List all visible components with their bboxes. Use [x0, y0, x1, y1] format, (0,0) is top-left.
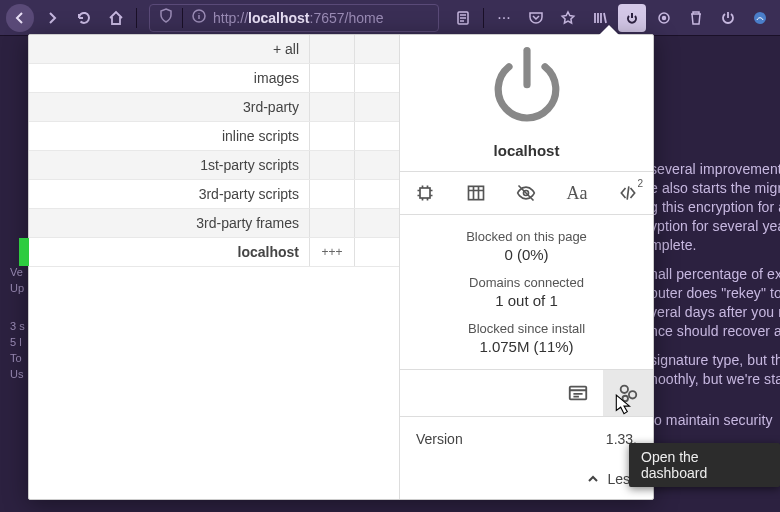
extension-icon-1[interactable] [650, 4, 678, 32]
blocked-install-label: Blocked since install [400, 321, 653, 336]
fw-row-inline-scripts[interactable]: inline scripts [29, 122, 399, 151]
fw-row-3rd-frames[interactable]: 3rd-party frames [29, 209, 399, 238]
power-icon [482, 39, 572, 134]
tools-row: Aa 2 [400, 171, 653, 215]
ublock-popup: + all images 3rd-party inline scripts 1s… [28, 34, 654, 500]
block-element-icon[interactable] [501, 172, 552, 214]
svg-point-9 [621, 386, 628, 393]
tooltip: Open the dashboard [629, 443, 780, 487]
svg-rect-5 [420, 188, 430, 198]
fw-row-all[interactable]: + all [29, 35, 399, 64]
less-toggle[interactable]: Less [400, 461, 653, 499]
version-label: Version [416, 431, 463, 447]
svg-point-10 [629, 391, 636, 398]
blocked-page-label: Blocked on this page [400, 229, 653, 244]
ublock-extension-icon[interactable] [618, 4, 646, 32]
fw-row-1st-scripts[interactable]: 1st-party scripts [29, 151, 399, 180]
svg-point-3 [663, 16, 666, 19]
forward-button[interactable] [38, 4, 66, 32]
fw-row-images[interactable]: images [29, 64, 399, 93]
trash-icon[interactable] [682, 4, 710, 32]
logger-icon[interactable] [553, 370, 603, 416]
devtools-badge: 2 [637, 178, 643, 189]
page-actions-icon[interactable]: ··· [490, 4, 518, 32]
separator [483, 8, 484, 28]
svg-rect-6 [468, 186, 483, 199]
shield-icon [158, 8, 174, 27]
domains-value: 1 out of 1 [400, 292, 653, 309]
power-icon[interactable] [714, 4, 742, 32]
stats-section: Blocked on this page 0 (0%) Domains conn… [400, 215, 653, 370]
reader-mode-icon[interactable] [449, 4, 477, 32]
font-size-icon[interactable]: Aa [552, 172, 603, 214]
svg-point-11 [623, 396, 629, 402]
reload-button[interactable] [70, 4, 98, 32]
fw-row-localhost[interactable]: localhost +++ [29, 238, 399, 267]
footer-row: Version 1.33. [400, 417, 653, 461]
chevron-up-icon [587, 473, 599, 485]
firewall-pane: + all images 3rd-party inline scripts 1s… [29, 35, 400, 499]
home-button[interactable] [102, 4, 130, 32]
element-picker-icon[interactable] [451, 172, 502, 214]
url-bar[interactable]: http://localhost:7657/home [149, 4, 439, 32]
separator [136, 8, 137, 28]
url-text: http://localhost:7657/home [213, 10, 383, 26]
zap-element-icon[interactable] [400, 172, 451, 214]
separator [182, 8, 183, 28]
actions-row [400, 370, 653, 417]
popup-arrow [599, 25, 619, 35]
dashboard-icon[interactable] [603, 370, 653, 416]
back-button[interactable] [6, 4, 34, 32]
browser-toolbar: http://localhost:7657/home ··· [0, 0, 780, 36]
extension-icon-2[interactable] [746, 4, 774, 32]
power-toggle[interactable]: localhost [400, 35, 653, 171]
info-icon[interactable] [191, 8, 207, 27]
blocked-install-value: 1.075M (11%) [400, 338, 653, 355]
fw-row-3rd-scripts[interactable]: 3rd-party scripts [29, 180, 399, 209]
hostname-label: localhost [494, 142, 560, 159]
domains-label: Domains connected [400, 275, 653, 290]
fw-row-3rdparty[interactable]: 3rd-party [29, 93, 399, 122]
pocket-icon[interactable] [522, 4, 550, 32]
devtools-icon[interactable]: 2 [602, 172, 653, 214]
main-pane: localhost Aa 2 Blocked on this page 0 (0… [400, 35, 653, 499]
blocked-page-value: 0 (0%) [400, 246, 653, 263]
bookmark-star-icon[interactable] [554, 4, 582, 32]
